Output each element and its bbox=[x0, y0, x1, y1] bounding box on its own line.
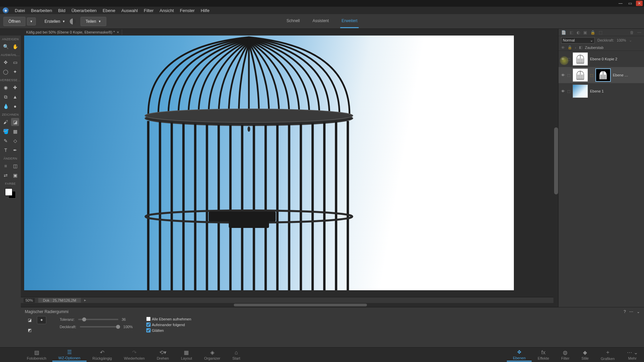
mask-icon[interactable]: ▣ bbox=[583, 30, 587, 35]
open-button[interactable]: Öffnen bbox=[3, 17, 25, 26]
layer-visibility-toggle[interactable]: 👁 bbox=[560, 57, 565, 61]
opacity-value[interactable]: 100% bbox=[617, 38, 626, 42]
eraser-tool-icon[interactable]: ◪ bbox=[11, 118, 19, 126]
layer-name[interactable]: Ebene 0 Kopie 2 bbox=[590, 57, 642, 61]
foreground-color-swatch[interactable] bbox=[5, 188, 12, 196]
layer-thumbnail[interactable] bbox=[573, 84, 588, 98]
mask-link-icon[interactable]: ⬚ bbox=[590, 73, 593, 77]
close-icon[interactable]: × bbox=[117, 30, 119, 34]
redeye-tool-icon[interactable]: ◉ bbox=[2, 83, 10, 92]
theme-toggle-icon[interactable] bbox=[70, 18, 76, 24]
info-dropdown-icon[interactable]: ▸ bbox=[84, 298, 86, 302]
text-tool-icon[interactable]: T bbox=[2, 146, 10, 154]
wand-tool-icon[interactable]: ✦ bbox=[11, 68, 19, 76]
canvas-viewport[interactable] bbox=[21, 36, 553, 297]
create-button[interactable]: Erstellen ▼ bbox=[40, 17, 70, 26]
crop-tool-icon[interactable]: ⌗ bbox=[2, 162, 10, 170]
content-tool-icon[interactable]: ▣ bbox=[11, 171, 19, 179]
move-tool-icon[interactable]: ✥ bbox=[2, 58, 10, 66]
layer-row[interactable]: 👁 ⬚ Ebene 0 Kopie 2 bbox=[558, 51, 644, 67]
more-tab-button[interactable]: ⋯ ⌄Mehr bbox=[621, 348, 644, 362]
tooloptions-button[interactable]: ☰WZ-Optionen bbox=[52, 348, 86, 362]
menu-hilfe[interactable]: Hilfe bbox=[201, 8, 209, 13]
horizontal-scrollbar-thumb[interactable] bbox=[234, 304, 367, 306]
layer-row[interactable]: 👁 ⬚ Ebene 1 bbox=[558, 83, 644, 99]
layer-link-icon[interactable]: ⬚ bbox=[567, 57, 571, 61]
layer-visibility-toggle[interactable]: 👁 bbox=[560, 73, 565, 77]
filters-tab-button[interactable]: ◍Filter bbox=[555, 348, 575, 362]
layer-link-icon[interactable]: ⬚ bbox=[567, 73, 571, 77]
menu-bild[interactable]: Bild bbox=[58, 8, 65, 13]
blur-tool-icon[interactable]: 💧 bbox=[2, 102, 10, 110]
share-button[interactable]: Teilen ▼ bbox=[80, 17, 106, 26]
new-layer-icon[interactable]: 📄 bbox=[561, 30, 566, 35]
mode-expert[interactable]: Erweitert bbox=[340, 14, 359, 28]
lock-filter-icon[interactable]: 🔒 bbox=[568, 45, 572, 50]
antialias-checkbox[interactable]: Glätten bbox=[146, 328, 191, 333]
fx-filter-icon[interactable]: ◧ bbox=[579, 45, 582, 50]
layers-tab-button[interactable]: ❖Ebenen bbox=[507, 348, 532, 362]
maximize-button[interactable]: ▭ bbox=[627, 1, 633, 6]
layer-link-icon[interactable]: ⬚ bbox=[567, 89, 571, 93]
eraser-mode-background-icon[interactable]: ◩ bbox=[25, 326, 34, 334]
menu-ueberarbeiten[interactable]: Überarbeiten bbox=[71, 8, 97, 13]
recompose-tool-icon[interactable]: ◫ bbox=[11, 162, 19, 170]
open-dropdown[interactable]: ▼ bbox=[27, 17, 36, 25]
lock-icon[interactable]: 🔒 bbox=[590, 30, 595, 35]
layer-thumbnail[interactable] bbox=[573, 52, 588, 66]
menu-fenster[interactable]: Fenster bbox=[180, 8, 195, 13]
sponge-tool-icon[interactable]: ● bbox=[11, 102, 19, 110]
redo-button[interactable]: ↷Wiederholen bbox=[118, 348, 151, 362]
visibility-filter-icon[interactable]: 👁 bbox=[561, 46, 565, 50]
horizontal-scrollbar[interactable] bbox=[21, 303, 553, 307]
marquee-tool-icon[interactable]: ▭ bbox=[11, 58, 19, 66]
layer-name[interactable]: Ebene 1 bbox=[590, 89, 642, 93]
expand-icon[interactable]: › bbox=[575, 46, 576, 50]
undo-button[interactable]: ↶Rückgängig bbox=[87, 348, 118, 362]
document-tab[interactable]: Käfig.psd bei 50% (Ebene 0 Kopie, Ebenen… bbox=[23, 29, 122, 35]
stamp-tool-icon[interactable]: ▲ bbox=[11, 93, 19, 101]
new-group-icon[interactable]: ◧ bbox=[570, 30, 573, 35]
eraser-mode-magic-icon[interactable]: ✦ bbox=[37, 316, 46, 324]
close-button[interactable]: ✕ bbox=[636, 1, 643, 6]
zoom-field[interactable]: 50% bbox=[23, 298, 35, 303]
delete-layer-icon[interactable]: 🗑 bbox=[630, 30, 634, 35]
chevron-down-icon[interactable]: ⌄ bbox=[629, 38, 632, 43]
lasso-tool-icon[interactable]: ◯ bbox=[2, 68, 10, 76]
slider-thumb[interactable] bbox=[116, 325, 120, 329]
styles-tab-button[interactable]: ◆Stile bbox=[576, 348, 595, 362]
pen-tool-icon[interactable]: ✒ bbox=[11, 146, 19, 154]
help-icon[interactable]: ? bbox=[624, 309, 626, 314]
hand-tool-icon[interactable]: ✋ bbox=[11, 43, 19, 51]
healing-tool-icon[interactable]: ✚ bbox=[11, 83, 19, 92]
menu-bearbeiten[interactable]: Bearbeiten bbox=[31, 8, 52, 13]
bucket-tool-icon[interactable]: 🪣 bbox=[2, 127, 10, 135]
options-menu-icon[interactable]: ⋯ bbox=[629, 309, 633, 314]
vertical-scrollbar-thumb[interactable] bbox=[554, 127, 558, 194]
menu-auswahl[interactable]: Auswahl bbox=[121, 8, 138, 13]
tolerance-slider[interactable] bbox=[78, 319, 118, 320]
layer-row[interactable]: 👁 ⬚ ⬚ Ebene … bbox=[558, 67, 644, 83]
effects-tab-button[interactable]: fxEffekte bbox=[532, 348, 555, 362]
minimize-button[interactable]: — bbox=[617, 1, 624, 6]
menu-ansicht[interactable]: Ansicht bbox=[160, 8, 174, 13]
eraser-mode-normal-icon[interactable]: ◪ bbox=[25, 316, 34, 324]
opacity-slider[interactable] bbox=[80, 326, 120, 327]
layer-mask-thumbnail[interactable] bbox=[595, 68, 611, 82]
menu-ebene[interactable]: Ebene bbox=[103, 8, 115, 13]
home-button[interactable]: ⌂Start bbox=[226, 348, 246, 362]
collapse-icon[interactable]: ⌄ bbox=[637, 309, 640, 314]
layer-thumbnail[interactable] bbox=[573, 68, 588, 82]
panel-menu-icon[interactable]: ⋯ bbox=[637, 30, 641, 35]
link-icon[interactable]: ⬚ bbox=[599, 30, 602, 35]
pencil-tool-icon[interactable]: ✎ bbox=[2, 137, 10, 145]
menu-filter[interactable]: Filter bbox=[144, 8, 154, 13]
color-swatch[interactable] bbox=[4, 188, 16, 199]
adjustment-icon[interactable]: ◐ bbox=[577, 30, 580, 35]
slider-thumb[interactable] bbox=[82, 317, 86, 321]
layer-visibility-toggle[interactable]: 👁 bbox=[560, 89, 565, 93]
straighten-tool-icon[interactable]: ⇄ bbox=[2, 171, 10, 179]
mode-guided[interactable]: Assistent bbox=[311, 14, 330, 28]
all-layers-checkbox[interactable]: Alle Ebenen aufnehmen bbox=[146, 317, 191, 321]
organizer-button[interactable]: ◈Organizer bbox=[198, 348, 226, 362]
